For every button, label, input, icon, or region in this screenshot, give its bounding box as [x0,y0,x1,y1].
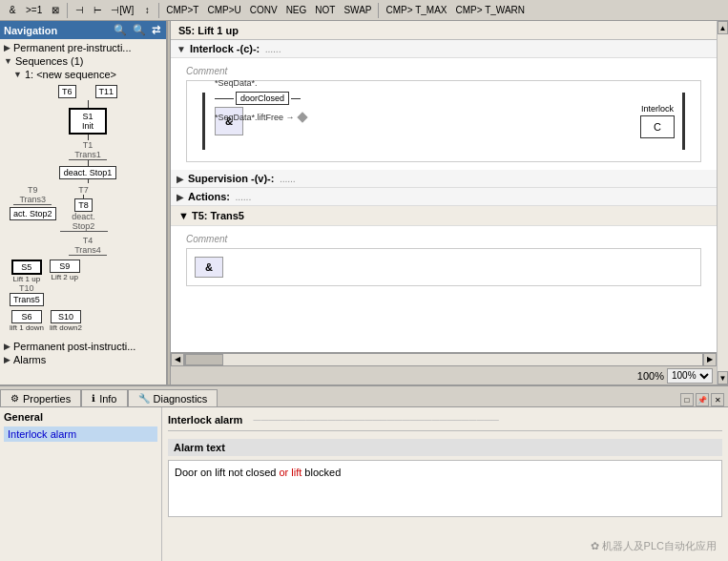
tab-diagnostics[interactable]: 🔧 Diagnostics [128,389,218,406]
supervision-section-header[interactable]: ▶ Supervision -(v)-: ...... [171,170,717,188]
seq-branch-right: T7 T8 deact. Stop2 [60,185,108,232]
seq-t8[interactable]: T8 [74,198,93,212]
interlock-section-header[interactable]: ▼ Interlock -(c)-: ...... [171,40,717,58]
scroll-up-btn[interactable]: ▲ [718,21,728,34]
props-left-panel: General Interlock alarm [0,407,162,561]
nav-alarms[interactable]: ▶ Alarms [0,353,166,366]
toolbar-box[interactable]: ⊠ [47,3,64,17]
toolbar-neg[interactable]: NEG [282,3,311,17]
seq-t6[interactable]: T6 [58,85,76,98]
h-scroll-track[interactable] [184,353,703,366]
toolbar-cmpt[interactable]: CMP>T [162,3,202,17]
alarm-text-or: or [279,467,288,478]
toolbar-ge1[interactable]: >=1 [22,3,46,17]
supervision-title: Supervision -(v)-: [188,173,274,184]
toolbar-cmpu[interactable]: CMP>U [203,3,244,17]
nav-bottom-items: ▶ Permanent post-instructi... ▶ Alarms [0,340,166,366]
seq-s9-branch: S9 Lift 2 up [50,260,80,306]
h-scroll-thumb[interactable] [185,354,223,365]
props-right-panel: Interlock alarm ────────────────────────… [162,407,728,561]
actions-section-header[interactable]: ▶ Actions: ...... [171,188,717,206]
alarm-text-area[interactable]: Door on lift not closed or lift blocked [168,460,722,517]
toolbar-nc[interactable]: ⊢ [89,3,106,17]
h-scroll-left[interactable]: ◀ [171,353,184,366]
nav-expand-alarms: ▶ [4,355,10,364]
toolbar-conv[interactable]: CONV [246,3,281,17]
seq-act-stop2[interactable]: act. Stop2 [10,207,56,220]
seq-trans5[interactable]: Trans5 [10,293,44,306]
watermark-icon: ✿ [591,540,602,551]
ladder-area: S5: Lift 1 up ▼ Interlock -(c)-: ...... … [171,21,717,384]
t5-header[interactable]: ▼ T5: Trans5 [171,206,717,226]
seq-t10-label: T10 [19,283,34,293]
watermark: ✿ 机器人及PLC自动化应用 [591,539,717,553]
seq-t7: T7 [78,185,89,195]
alarm-text-lift: lift [291,467,302,478]
toolbar-noc[interactable]: ⊣ [71,3,88,17]
h-scrollbar[interactable]: ◀ ▶ [171,352,717,365]
seq-s5-branch: S5 Lift 1 up T10 Trans5 [10,260,44,306]
nav-permanent-pre[interactable]: ▶ Permanent pre-instructi... [0,41,166,54]
alarm-title-text: Interlock alarm [168,414,242,426]
seq-deact-stop2: deact. Stop2 [60,212,108,232]
toolbar-and[interactable]: & [4,3,21,17]
nav-pre-label: Permanent pre-instructi... [13,42,132,53]
step-title: S5: Lift 1 up [178,25,239,36]
ld-contact2-label: *SeqData*.liftFree → [215,113,295,122]
nav-permanent-post[interactable]: ▶ Permanent post-instructi... [0,340,166,353]
seq-trans1: Trans1 [69,150,107,160]
seq-t11[interactable]: T11 [95,85,118,98]
tab-diagnostics-label: Diagnostics [154,393,208,405]
seq-deact-stop1[interactable]: deact. Stop1 [59,166,117,179]
seq-trans4: Trans4 [69,245,107,256]
toolbar-swap[interactable]: SWAP [340,3,375,17]
toolbar-cmptmax[interactable]: CMP> T_MAX [382,3,450,17]
nav-zoom-out-icon[interactable]: 🔍 [131,24,148,36]
actions-expand-icon: ▶ [177,192,184,202]
seq-s1-init[interactable]: S1Init [69,108,107,135]
props-interlock-alarm-item[interactable]: Interlock alarm [4,426,157,442]
sep2 [158,3,159,18]
tab-info[interactable]: ℹ Info [81,389,127,406]
alarm-text-prefix: Door on lift not closed [175,467,279,478]
nav-seq-label: Sequences (1) [15,55,84,67]
toolbar-arrow[interactable]: ↕ [138,3,156,17]
ld-contact2-row: *SeqData*.liftFree → [215,113,306,122]
seq-s6[interactable]: S6 [11,310,42,323]
tab-pin-btn[interactable]: 📌 [696,393,709,406]
alarm-text-blocked: blocked [302,467,341,478]
right-scroll[interactable]: ▲ ▼ [717,21,728,384]
tab-properties[interactable]: ⚙ Properties [0,389,81,406]
scroll-down-btn[interactable]: ▼ [718,371,728,384]
nav-new-sequence[interactable]: ▼ 1: <new sequence> [0,68,166,81]
nav-sequences[interactable]: ▼ Sequences (1) [0,54,166,68]
seq-s6-branch: S6 lift 1 down [10,310,44,332]
ladder-content[interactable]: ▼ Interlock -(c)-: ...... Comment [171,40,717,352]
seq-s9[interactable]: S9 [50,260,80,273]
seq-s10[interactable]: S10 [51,310,81,323]
zoom-select[interactable]: 50% 75% 100% 150% 200% [667,368,713,384]
h-scroll-right[interactable]: ▶ [703,353,717,366]
ld-coil-label: Interlock [641,104,674,114]
toolbar-ncw[interactable]: ⊣[W] [107,3,137,17]
interlock-dots: ...... [265,44,281,54]
tab-close-btn[interactable]: ✕ [711,393,724,406]
toolbar-not[interactable]: NOT [311,3,339,17]
nav-newseq-label: 1: <new sequence> [25,69,116,80]
seq-lift1up: Lift 1 up [13,275,40,283]
toolbar-cmptwarn[interactable]: CMP> T_WARN [451,3,529,17]
nav-expand-seq: ▼ [4,56,12,66]
ld-contact1-label: *SeqData*. [215,78,306,88]
seq-t1: T1 [83,140,94,150]
seq-lift1down: lift 1 down [10,323,44,332]
tab-controls: □ 📌 ✕ [680,393,728,406]
t5-and-block: & [195,257,223,278]
watermark-text: 机器人及PLC自动化应用 [602,540,717,551]
nav-sync-icon[interactable]: ⇄ [150,24,162,36]
props-tabs: ⚙ Properties ℹ Info 🔧 Diagnostics □ 📌 ✕ [0,386,728,407]
supervision-expand-icon: ▶ [177,174,184,184]
tab-float-btn[interactable]: □ [680,393,694,406]
alarm-title: Interlock alarm ────────────────────────… [168,413,722,431]
seq-s5[interactable]: S5 [11,260,42,275]
nav-zoom-in-icon[interactable]: 🔍 [112,24,129,36]
